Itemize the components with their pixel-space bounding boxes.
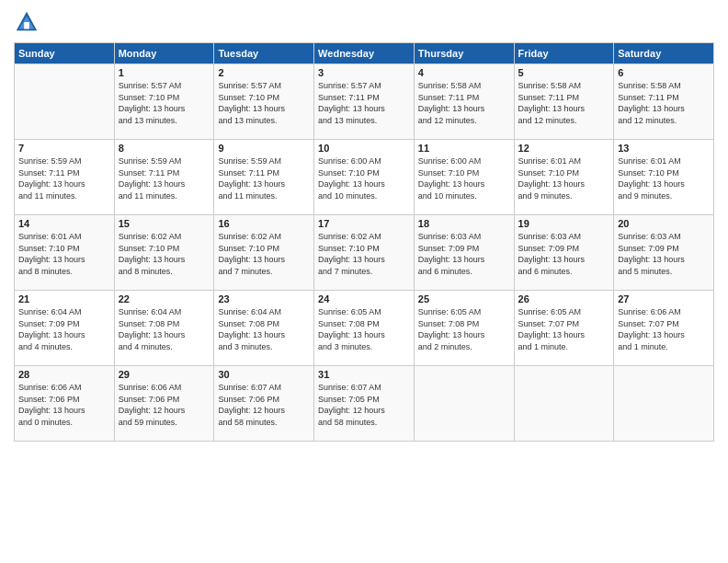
calendar-cell: 6Sunrise: 5:58 AMSunset: 7:11 PMDaylight… [614,64,714,140]
calendar-cell: 19Sunrise: 6:03 AMSunset: 7:09 PMDayligh… [514,215,614,291]
calendar-cell: 31Sunrise: 6:07 AMSunset: 7:05 PMDayligh… [314,366,415,442]
header-day-saturday: Saturday [614,43,714,64]
header-row: SundayMondayTuesdayWednesdayThursdayFrid… [15,43,714,64]
header-day-sunday: Sunday [15,43,115,64]
week-row-2: 7Sunrise: 5:59 AMSunset: 7:11 PMDaylight… [15,140,714,215]
calendar-cell: 23Sunrise: 6:04 AMSunset: 7:08 PMDayligh… [214,291,314,366]
calendar-cell: 14Sunrise: 6:01 AMSunset: 7:10 PMDayligh… [15,215,115,291]
day-info: Sunrise: 6:06 AMSunset: 7:06 PMDaylight:… [18,382,110,428]
day-number: 18 [418,218,510,229]
calendar-cell: 27Sunrise: 6:06 AMSunset: 7:07 PMDayligh… [614,291,714,366]
calendar-cell: 9Sunrise: 5:59 AMSunset: 7:11 PMDaylight… [214,140,314,215]
calendar-cell: 16Sunrise: 6:02 AMSunset: 7:10 PMDayligh… [214,215,314,291]
day-number: 6 [618,67,710,78]
day-number: 7 [18,143,110,154]
day-info: Sunrise: 6:04 AMSunset: 7:08 PMDaylight:… [218,306,310,352]
day-info: Sunrise: 5:58 AMSunset: 7:11 PMDaylight:… [618,80,710,126]
calendar-cell: 13Sunrise: 6:01 AMSunset: 7:10 PMDayligh… [614,140,714,215]
day-info: Sunrise: 6:02 AMSunset: 7:10 PMDaylight:… [218,231,310,277]
day-info: Sunrise: 6:07 AMSunset: 7:06 PMDaylight:… [218,382,310,428]
day-info: Sunrise: 6:06 AMSunset: 7:07 PMDaylight:… [618,306,710,352]
day-info: Sunrise: 5:58 AMSunset: 7:11 PMDaylight:… [418,80,510,126]
day-number: 17 [318,218,410,229]
day-number: 19 [518,218,610,229]
header-day-thursday: Thursday [414,43,514,64]
header-day-monday: Monday [114,43,214,64]
day-number: 16 [218,218,310,229]
header-day-friday: Friday [514,43,614,64]
week-row-5: 28Sunrise: 6:06 AMSunset: 7:06 PMDayligh… [15,366,714,442]
day-number: 25 [418,293,510,304]
day-info: Sunrise: 5:58 AMSunset: 7:11 PMDaylight:… [518,80,610,126]
calendar-cell: 20Sunrise: 6:03 AMSunset: 7:09 PMDayligh… [614,215,714,291]
calendar-cell [414,366,514,442]
day-number: 31 [318,369,410,380]
day-number: 26 [518,293,610,304]
day-info: Sunrise: 6:05 AMSunset: 7:08 PMDaylight:… [418,306,510,352]
day-number: 24 [318,293,410,304]
day-number: 9 [218,143,310,154]
day-number: 11 [418,143,510,154]
calendar-cell: 26Sunrise: 6:05 AMSunset: 7:07 PMDayligh… [514,291,614,366]
calendar-cell: 7Sunrise: 5:59 AMSunset: 7:11 PMDaylight… [15,140,115,215]
calendar-cell [15,64,115,140]
calendar-cell: 24Sunrise: 6:05 AMSunset: 7:08 PMDayligh… [314,291,415,366]
calendar-cell: 30Sunrise: 6:07 AMSunset: 7:06 PMDayligh… [214,366,314,442]
day-info: Sunrise: 6:03 AMSunset: 7:09 PMDaylight:… [418,231,510,277]
day-info: Sunrise: 6:00 AMSunset: 7:10 PMDaylight:… [318,155,410,201]
calendar-cell: 22Sunrise: 6:04 AMSunset: 7:08 PMDayligh… [114,291,214,366]
day-number: 8 [119,143,210,154]
calendar-cell [514,366,614,442]
calendar-cell: 4Sunrise: 5:58 AMSunset: 7:11 PMDaylight… [414,64,514,140]
logo [14,9,43,35]
calendar-table: SundayMondayTuesdayWednesdayThursdayFrid… [14,42,714,442]
day-number: 21 [18,293,110,304]
day-number: 5 [518,67,610,78]
day-info: Sunrise: 6:04 AMSunset: 7:08 PMDaylight:… [119,306,210,352]
day-number: 4 [418,67,510,78]
day-number: 14 [18,218,110,229]
logo-icon [14,9,40,35]
calendar-cell [614,366,714,442]
header-day-wednesday: Wednesday [314,43,415,64]
day-info: Sunrise: 5:57 AMSunset: 7:11 PMDaylight:… [318,80,410,126]
day-info: Sunrise: 5:59 AMSunset: 7:11 PMDaylight:… [18,155,110,201]
calendar-cell: 17Sunrise: 6:02 AMSunset: 7:10 PMDayligh… [314,215,415,291]
day-number: 12 [518,143,610,154]
calendar-cell: 3Sunrise: 5:57 AMSunset: 7:11 PMDaylight… [314,64,415,140]
day-info: Sunrise: 6:01 AMSunset: 7:10 PMDaylight:… [518,155,610,201]
day-number: 2 [218,67,310,78]
day-number: 22 [119,293,210,304]
day-info: Sunrise: 6:05 AMSunset: 7:08 PMDaylight:… [318,306,410,352]
day-number: 27 [618,293,710,304]
day-number: 13 [618,143,710,154]
calendar-cell: 10Sunrise: 6:00 AMSunset: 7:10 PMDayligh… [314,140,415,215]
calendar-cell: 18Sunrise: 6:03 AMSunset: 7:09 PMDayligh… [414,215,514,291]
day-number: 29 [119,369,210,380]
day-number: 30 [218,369,310,380]
day-number: 20 [618,218,710,229]
day-info: Sunrise: 6:03 AMSunset: 7:09 PMDaylight:… [618,231,710,277]
day-info: Sunrise: 6:03 AMSunset: 7:09 PMDaylight:… [518,231,610,277]
calendar-body: 1Sunrise: 5:57 AMSunset: 7:10 PMDaylight… [15,64,714,442]
calendar-cell: 1Sunrise: 5:57 AMSunset: 7:10 PMDaylight… [114,64,214,140]
calendar-header: SundayMondayTuesdayWednesdayThursdayFrid… [15,43,714,64]
calendar-cell: 21Sunrise: 6:04 AMSunset: 7:09 PMDayligh… [15,291,115,366]
svg-rect-2 [24,22,29,29]
calendar-cell: 11Sunrise: 6:00 AMSunset: 7:10 PMDayligh… [414,140,514,215]
day-info: Sunrise: 6:00 AMSunset: 7:10 PMDaylight:… [418,155,510,201]
calendar-cell: 12Sunrise: 6:01 AMSunset: 7:10 PMDayligh… [514,140,614,215]
day-info: Sunrise: 5:59 AMSunset: 7:11 PMDaylight:… [119,155,210,201]
day-number: 10 [318,143,410,154]
day-info: Sunrise: 6:01 AMSunset: 7:10 PMDaylight:… [618,155,710,201]
calendar-cell: 5Sunrise: 5:58 AMSunset: 7:11 PMDaylight… [514,64,614,140]
day-number: 23 [218,293,310,304]
week-row-3: 14Sunrise: 6:01 AMSunset: 7:10 PMDayligh… [15,215,714,291]
day-info: Sunrise: 5:59 AMSunset: 7:11 PMDaylight:… [218,155,310,201]
day-info: Sunrise: 5:57 AMSunset: 7:10 PMDaylight:… [218,80,310,126]
calendar-cell: 15Sunrise: 6:02 AMSunset: 7:10 PMDayligh… [114,215,214,291]
header-day-tuesday: Tuesday [214,43,314,64]
day-info: Sunrise: 5:57 AMSunset: 7:10 PMDaylight:… [119,80,210,126]
page: SundayMondayTuesdayWednesdayThursdayFrid… [0,0,728,451]
day-info: Sunrise: 6:02 AMSunset: 7:10 PMDaylight:… [318,231,410,277]
